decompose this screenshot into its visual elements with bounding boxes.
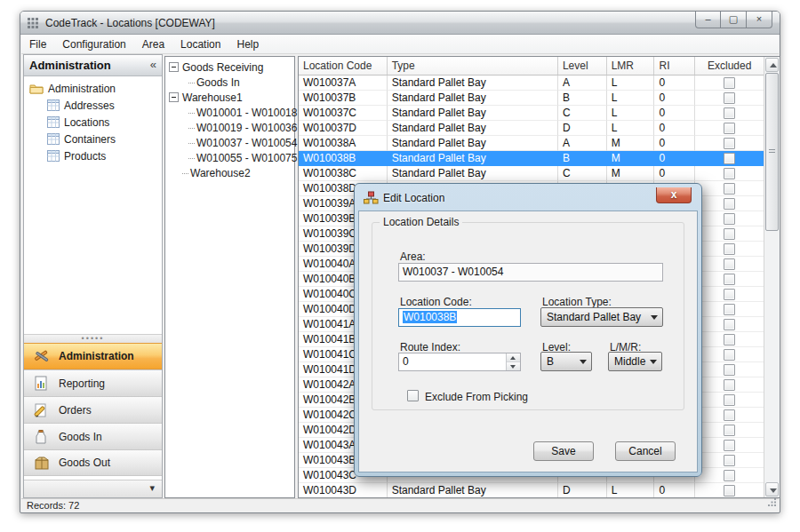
tree-node-label: W010001 - W010018 bbox=[188, 107, 297, 119]
titlebar[interactable]: CodeTrack - Locations [CODEWAY] – ▢ × bbox=[20, 12, 780, 35]
table-icon bbox=[47, 99, 60, 111]
excluded-checkbox[interactable] bbox=[724, 394, 735, 406]
excluded-checkbox[interactable] bbox=[724, 274, 735, 285]
column-header-ri[interactable]: RI bbox=[654, 57, 695, 75]
excluded-checkbox[interactable] bbox=[724, 364, 735, 376]
excluded-checkbox[interactable] bbox=[724, 349, 735, 361]
vertical-scrollbar[interactable] bbox=[764, 57, 780, 497]
excluded-checkbox[interactable] bbox=[724, 455, 735, 466]
excluded-checkbox[interactable] bbox=[724, 183, 735, 195]
nav-overflow-strip[interactable]: ▾ bbox=[24, 480, 162, 497]
area-field[interactable]: W010037 - W010054 bbox=[398, 263, 663, 282]
excluded-checkbox[interactable] bbox=[724, 289, 735, 300]
excluded-checkbox[interactable] bbox=[724, 228, 735, 240]
table-row[interactable]: W010037CStandard Pallet BayCL0 bbox=[299, 106, 764, 121]
table-row[interactable]: W010038AStandard Pallet BayAM0 bbox=[299, 136, 764, 151]
route-index-stepper[interactable]: 0 bbox=[398, 353, 521, 371]
excluded-checkbox[interactable] bbox=[724, 485, 735, 496]
chevron-down-icon[interactable]: ▾ bbox=[149, 482, 155, 494]
nav-button-reporting[interactable]: Reporting bbox=[24, 369, 162, 396]
table-row[interactable]: W010038BStandard Pallet BayBM0 bbox=[299, 151, 764, 166]
exclude-from-picking-checkbox[interactable] bbox=[407, 390, 419, 401]
excluded-checkbox[interactable] bbox=[724, 77, 735, 89]
excluded-checkbox[interactable] bbox=[724, 379, 735, 391]
excluded-checkbox[interactable] bbox=[724, 153, 735, 164]
resize-grip[interactable] bbox=[768, 494, 777, 510]
cell-code: W010037C bbox=[299, 106, 388, 121]
collapse-expander-icon[interactable] bbox=[169, 92, 179, 102]
tree-node-warehouse2[interactable]: Warehouse2 bbox=[165, 165, 294, 180]
cancel-button[interactable]: Cancel bbox=[615, 441, 676, 461]
excluded-checkbox[interactable] bbox=[724, 198, 735, 210]
excluded-checkbox[interactable] bbox=[724, 138, 735, 149]
excluded-checkbox[interactable] bbox=[724, 440, 735, 451]
excluded-checkbox[interactable] bbox=[724, 213, 735, 225]
menu-item-file[interactable]: File bbox=[21, 36, 54, 53]
cell-ri: 0 bbox=[654, 91, 695, 106]
sidebar-item-products[interactable]: Products bbox=[24, 147, 162, 164]
sidebar-item-containers[interactable]: Containers bbox=[24, 131, 162, 147]
column-header-lmr[interactable]: LMR bbox=[607, 57, 655, 75]
scroll-thumb[interactable] bbox=[765, 73, 779, 231]
menu-item-help[interactable]: Help bbox=[228, 36, 267, 53]
column-header-type[interactable]: Type bbox=[388, 57, 558, 75]
tree-node-goods-receiving[interactable]: Goods Receiving bbox=[165, 60, 294, 75]
tree-node-w010055-w010075[interactable]: W010055 - W010075 bbox=[165, 150, 294, 165]
excluded-checkbox[interactable] bbox=[724, 319, 735, 330]
level-select[interactable]: B bbox=[540, 352, 592, 371]
column-header-level[interactable]: Level bbox=[558, 57, 607, 75]
location-type-value: Standard Pallet Bay bbox=[547, 311, 641, 323]
table-row[interactable]: W010037AStandard Pallet BayAL0 bbox=[299, 75, 764, 91]
column-header-location-code[interactable]: Location Code bbox=[299, 57, 388, 75]
tree-node-w010019-w010036[interactable]: W010019 - W010036 bbox=[165, 120, 294, 135]
lmr-select[interactable]: Middle bbox=[608, 352, 662, 371]
collapse-expander-icon[interactable] bbox=[169, 62, 179, 72]
table-row[interactable]: W010037DStandard Pallet BayDL0 bbox=[299, 121, 764, 136]
excluded-checkbox[interactable] bbox=[724, 92, 735, 104]
tree-node-goods-in[interactable]: Goods In bbox=[165, 75, 294, 90]
dialog-close-button[interactable]: x bbox=[656, 187, 692, 203]
excluded-checkbox[interactable] bbox=[724, 107, 735, 119]
excluded-checkbox[interactable] bbox=[724, 304, 735, 315]
excluded-checkbox[interactable] bbox=[724, 123, 735, 134]
cell-level: A bbox=[558, 75, 607, 91]
cell-ri: 0 bbox=[654, 121, 695, 136]
excluded-checkbox[interactable] bbox=[724, 243, 735, 255]
location-type-select[interactable]: Standard Pallet Bay bbox=[540, 307, 663, 327]
sidebar-splitter[interactable]: ••••• bbox=[24, 334, 162, 343]
collapse-icon[interactable]: « bbox=[150, 58, 156, 71]
excluded-checkbox[interactable] bbox=[724, 470, 735, 481]
tree-node-w010001-w010018[interactable]: W010001 - W010018 bbox=[165, 105, 294, 120]
excluded-checkbox[interactable] bbox=[724, 409, 735, 421]
nav-button-orders[interactable]: Orders bbox=[24, 396, 162, 423]
spin-up-button[interactable] bbox=[507, 353, 520, 362]
dialog-titlebar[interactable]: Edit Location x bbox=[358, 187, 698, 210]
nav-button-goods-out[interactable]: Goods Out bbox=[24, 449, 162, 476]
save-button[interactable]: Save bbox=[533, 441, 594, 461]
table-row[interactable]: W010037BStandard Pallet BayBL0 bbox=[299, 91, 764, 106]
menu-item-configuration[interactable]: Configuration bbox=[54, 36, 133, 53]
excluded-checkbox[interactable] bbox=[724, 425, 735, 436]
sidebar-item-locations[interactable]: Locations bbox=[24, 114, 162, 131]
excluded-checkbox[interactable] bbox=[724, 258, 735, 270]
spin-down-button[interactable] bbox=[507, 362, 520, 371]
sidebar-item-root[interactable]: Administration bbox=[24, 80, 162, 97]
folder-icon bbox=[29, 83, 44, 94]
excluded-checkbox[interactable] bbox=[724, 168, 735, 179]
table-row[interactable]: W010043DStandard Pallet BayDL0 bbox=[299, 483, 764, 497]
column-header-excluded[interactable]: Excluded bbox=[695, 57, 764, 75]
scroll-up-button[interactable] bbox=[765, 58, 779, 72]
sidebar-item-addresses[interactable]: Addresses bbox=[24, 97, 162, 114]
close-button[interactable]: × bbox=[747, 12, 772, 28]
excluded-checkbox[interactable] bbox=[724, 334, 735, 345]
location-code-field[interactable]: W010038B bbox=[398, 308, 521, 327]
nav-button-administration[interactable]: Administration bbox=[24, 343, 162, 369]
maximize-button[interactable]: ▢ bbox=[721, 12, 747, 28]
tree-node-warehouse1[interactable]: Warehouse1 bbox=[165, 90, 294, 105]
nav-button-goods-in[interactable]: Goods In bbox=[24, 423, 162, 449]
minimize-button[interactable]: – bbox=[695, 12, 721, 28]
menu-item-location[interactable]: Location bbox=[172, 36, 228, 53]
menu-item-area[interactable]: Area bbox=[134, 36, 172, 53]
tree-node-w010037-w010054[interactable]: W010037 - W010054 bbox=[165, 135, 294, 150]
table-row[interactable]: W010038CStandard Pallet BayCM0 bbox=[299, 166, 764, 181]
